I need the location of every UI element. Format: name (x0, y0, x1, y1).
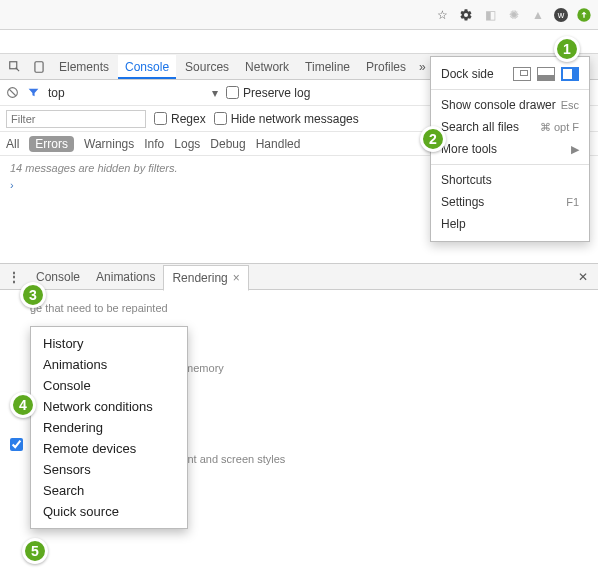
chevron-right-icon: ▶ (571, 143, 579, 156)
filter-funnel-icon[interactable] (27, 86, 40, 99)
dock-side-label: Dock side (441, 67, 494, 81)
drawer-tab-animations[interactable]: Animations (88, 265, 163, 289)
preserve-log-checkbox[interactable]: Preserve log (226, 86, 310, 100)
emulate-checkbox[interactable] (10, 438, 23, 451)
close-tab-icon[interactable]: × (233, 271, 240, 285)
drawer-menu-console[interactable]: Console (31, 375, 187, 396)
level-info[interactable]: Info (144, 137, 164, 151)
drawer-menu-remote-devices[interactable]: Remote devices (31, 438, 187, 459)
star-icon[interactable]: ☆ (434, 7, 450, 23)
menu-help[interactable]: Help (431, 213, 589, 235)
callout-badge-5: 5 (22, 538, 48, 564)
drawer-kebab-icon[interactable]: ⋮ (0, 270, 28, 284)
clear-icon[interactable] (6, 86, 19, 99)
extension-icon-w[interactable]: w (554, 8, 568, 22)
drawer-menu-search[interactable]: Search (31, 480, 187, 501)
extension-icon-2[interactable]: ✺ (506, 7, 522, 23)
menu-more-tools[interactable]: More tools▶ (431, 138, 589, 160)
drawer-tabs: ⋮ Console Animations Rendering × ✕ (0, 264, 598, 290)
hidden-messages-text: 14 messages are hidden by filters. (10, 162, 178, 174)
menu-show-console-drawer[interactable]: Show console drawerEsc (431, 94, 589, 116)
devtools-settings-menu: Dock side Show console drawerEsc Search … (430, 56, 590, 242)
level-warnings[interactable]: Warnings (84, 137, 134, 151)
menu-shortcuts[interactable]: Shortcuts (431, 169, 589, 191)
level-all[interactable]: All (6, 137, 19, 151)
level-logs[interactable]: Logs (174, 137, 200, 151)
preserve-log-input[interactable] (226, 86, 239, 99)
browser-toolbar: ☆ ◧ ✺ ▲ w (0, 0, 598, 30)
hide-network-label: Hide network messages (231, 112, 359, 126)
context-value: top (48, 86, 65, 100)
tab-timeline[interactable]: Timeline (298, 55, 357, 79)
level-errors[interactable]: Errors (29, 136, 74, 152)
drawer-menu-sensors[interactable]: Sensors (31, 459, 187, 480)
extension-icon-3[interactable]: ▲ (530, 7, 546, 23)
regex-checkbox[interactable]: Regex (154, 112, 206, 126)
svg-rect-2 (35, 61, 43, 72)
extension-icon[interactable]: ◧ (482, 7, 498, 23)
drawer-menu-rendering[interactable]: Rendering (31, 417, 187, 438)
drawer-menu-history[interactable]: History (31, 333, 187, 354)
filter-input[interactable] (6, 110, 146, 128)
chevron-down-icon: ▾ (212, 86, 218, 100)
drawer-menu-network-conditions[interactable]: Network conditions (31, 396, 187, 417)
level-debug[interactable]: Debug (210, 137, 245, 151)
drawer-menu-animations[interactable]: Animations (31, 354, 187, 375)
tab-console[interactable]: Console (118, 55, 176, 79)
drawer-more-menu: History Animations Console Network condi… (30, 326, 188, 529)
menu-search-all-files[interactable]: Search all files⌘ opt F (431, 116, 589, 138)
regex-label: Regex (171, 112, 206, 126)
callout-badge-3: 3 (20, 282, 46, 308)
tab-network[interactable]: Network (238, 55, 296, 79)
dock-side-row: Dock side (431, 63, 589, 85)
device-toggle-icon[interactable] (28, 57, 50, 77)
drawer-tab-rendering[interactable]: Rendering × (163, 265, 248, 291)
level-handled[interactable]: Handled (256, 137, 301, 151)
dock-right-icon[interactable] (561, 67, 579, 81)
upload-icon[interactable] (576, 7, 592, 23)
drawer-close-icon[interactable]: ✕ (568, 270, 598, 284)
dock-undock-icon[interactable] (513, 67, 531, 81)
drawer-menu-quick-source[interactable]: Quick source (31, 501, 187, 522)
chevron-right-icon[interactable]: » (415, 57, 430, 77)
callout-badge-4: 4 (10, 392, 36, 418)
dock-bottom-icon[interactable] (537, 67, 555, 81)
rendering-option: ge that need to be repainted (30, 302, 582, 314)
tab-sources[interactable]: Sources (178, 55, 236, 79)
hide-network-checkbox[interactable]: Hide network messages (214, 112, 359, 126)
context-select[interactable]: top ▾ (48, 86, 218, 100)
gear-icon[interactable] (458, 7, 474, 23)
tab-profiles[interactable]: Profiles (359, 55, 413, 79)
tab-elements[interactable]: Elements (52, 55, 116, 79)
option-sub: ge that need to be repainted (30, 302, 582, 314)
callout-badge-1: 1 (554, 36, 580, 62)
callout-badge-2: 2 (420, 126, 446, 152)
preserve-log-label: Preserve log (243, 86, 310, 100)
drawer-tab-rendering-label: Rendering (172, 271, 227, 285)
menu-settings[interactable]: SettingsF1 (431, 191, 589, 213)
inspect-icon[interactable] (4, 57, 26, 77)
